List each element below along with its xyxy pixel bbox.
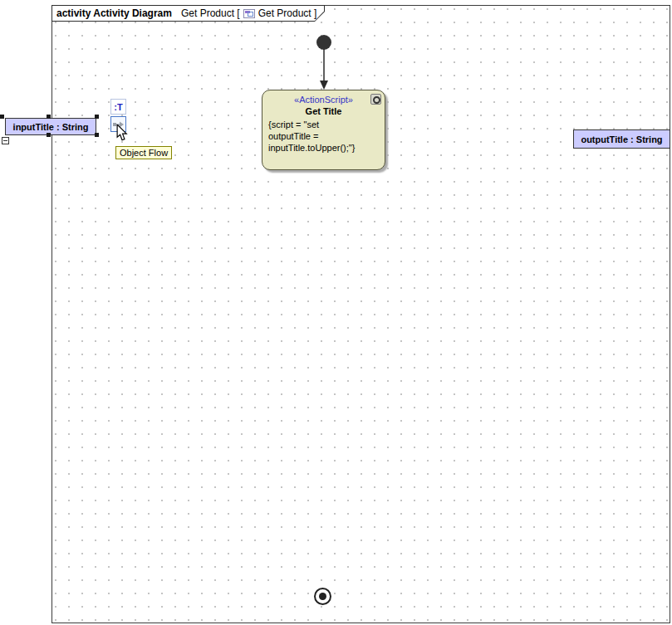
collapse-handle[interactable] <box>2 137 9 144</box>
frame-context-name: Get Product ] <box>258 7 317 19</box>
frame-header-tab[interactable]: activity Activity Diagram Get Product [ … <box>52 5 325 22</box>
frame-diagram-name: Get Product [ <box>181 7 240 19</box>
activity-diagram-icon <box>243 9 255 18</box>
selection-handle[interactable] <box>95 115 99 119</box>
diagram-canvas[interactable]: activity Activity Diagram Get Product [ … <box>0 0 672 625</box>
frame-header-content: activity Activity Diagram Get Product [ … <box>52 6 324 21</box>
output-parameter-node[interactable]: outputTitle : String <box>573 129 670 149</box>
activity-final-dot <box>319 593 326 600</box>
input-parameter-label: inputTitle : String <box>13 122 89 132</box>
arrowhead-icon <box>320 81 328 90</box>
action-script-text: {script = "set outputTitle = inputTitle.… <box>268 119 379 154</box>
input-parameter-node[interactable]: inputTitle : String <box>5 118 96 135</box>
selection-handle[interactable] <box>95 133 99 137</box>
initial-node[interactable] <box>316 35 331 50</box>
selection-handle[interactable] <box>47 115 51 119</box>
attribute-tool-label: :T <box>114 102 122 112</box>
activity-final-node[interactable] <box>314 588 331 605</box>
selection-handle[interactable] <box>47 133 51 137</box>
behavior-badge-icon <box>370 94 381 105</box>
frame-keyword: activity Activity Diagram <box>56 7 172 19</box>
attribute-tool-button[interactable]: :T <box>110 99 126 115</box>
action-name: Get Title <box>268 105 379 117</box>
control-flow-edge[interactable] <box>318 49 330 90</box>
output-parameter-label: outputTitle : String <box>581 134 662 144</box>
object-flow-tooltip: Object Flow <box>115 146 172 159</box>
selection-handle[interactable] <box>0 115 4 119</box>
action-node-get-title[interactable]: «ActionScript» Get Title {script = "set … <box>262 90 385 170</box>
mouse-cursor-icon <box>116 125 128 141</box>
action-stereotype: «ActionScript» <box>268 94 379 105</box>
